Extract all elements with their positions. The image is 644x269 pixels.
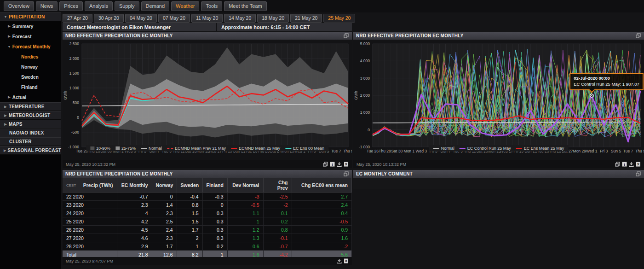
sidebar-item-summary[interactable]: ▶ Summary <box>0 21 61 31</box>
table-row[interactable]: 26 20204.52.41.70.31.20.80.9 <box>63 226 352 234</box>
legend-item-ecmnd-mean-25-may[interactable]: ECMND Mean 25 May <box>231 146 280 151</box>
nav-tab-tools[interactable]: Tools <box>201 1 222 11</box>
nav-tab-analysis[interactable]: Analysis <box>85 1 113 11</box>
popout-icon[interactable] <box>636 33 641 39</box>
chevron-right-icon[interactable]: ▶ <box>7 24 11 28</box>
sidebar-item-nao-ao-index[interactable]: NAO/AO INDEX <box>0 129 61 137</box>
column-header-norway[interactable]: Norway <box>152 178 177 193</box>
chevron-down-icon[interactable]: ▼ <box>4 15 7 18</box>
column-header-precip-twh[interactable]: CESTPrecip (TWh) <box>63 178 117 193</box>
table-row[interactable]: 24 202042.31.50.31.10.10.4 <box>63 209 352 217</box>
sidebar-item-meteorologist[interactable]: ▶ METEOROLOGIST <box>0 111 61 120</box>
popout-icon[interactable] <box>344 171 349 177</box>
column-header-dev-normal[interactable]: Dev Normal <box>227 178 263 193</box>
date-tab-21-may-20[interactable]: 21 May 20 <box>290 14 322 23</box>
legend-item-normal[interactable]: Normal <box>141 146 162 151</box>
legend-item-25-75[interactable]: 25-75% <box>115 146 136 151</box>
date-tab-18-may-20[interactable]: 18 May 20 <box>257 14 289 23</box>
table-footer-icons: X <box>337 258 349 263</box>
svg-text:Sun 5: Sun 5 <box>611 149 621 153</box>
info-icon[interactable]: i <box>622 162 627 167</box>
legend-item-ecmnd-mean-prev-21-may[interactable]: ECMND Mean Prev 21 May <box>167 146 226 151</box>
nav-tab-prices[interactable]: Prices <box>59 1 83 11</box>
right-chart-plot[interactable]: -1 00001 0002 0003 0004 0005 000GWhTue 2… <box>353 40 644 160</box>
legend-item-ec-ens-00-mean[interactable]: EC Ens 00 Mean <box>285 146 324 151</box>
comment-body[interactable] <box>353 178 644 189</box>
cell-value: -3 <box>227 193 263 201</box>
date-tab-07-may-20[interactable]: 07 May 20 <box>158 14 190 23</box>
sidebar-item-temperature[interactable]: ▶ TEMPERATURE <box>0 102 61 111</box>
date-tab-04-may-20[interactable]: 04 May 20 <box>125 14 157 23</box>
legend-item-normal[interactable]: Normal <box>433 146 454 151</box>
sidebar-item-forecast[interactable]: ▶ Forecast <box>0 31 61 41</box>
date-tab-11-may-20[interactable]: 11 May 20 <box>191 14 223 23</box>
approximate-hours-banner: Approximate hours: 6:15 - 14:00 CET <box>217 23 352 31</box>
popout-icon[interactable] <box>323 162 328 167</box>
chevron-right-icon[interactable]: ▶ <box>7 35 11 38</box>
sidebar-item-norway[interactable]: Norway <box>0 62 61 72</box>
svg-text:Wed 1: Wed 1 <box>586 149 598 153</box>
download-icon[interactable] <box>629 162 634 167</box>
table-row[interactable]: 23 20202.31.40.80-0.5-22.4 <box>63 201 352 209</box>
popout-icon[interactable] <box>615 162 620 167</box>
cell-value: 1.4 <box>152 201 177 209</box>
sidebar-item-label: Summary <box>12 24 34 29</box>
column-header-finland[interactable]: Finland <box>202 178 227 193</box>
column-header-sweden[interactable]: Sweden <box>177 178 202 193</box>
excel-icon[interactable]: X <box>344 258 349 263</box>
legend-label: EC Ens 00 Mean <box>293 146 324 151</box>
sidebar-item-nordics[interactable]: Nordics <box>0 52 61 62</box>
sidebar-item-precipitation[interactable]: ▼ PRECIPITATION <box>0 12 61 21</box>
excel-icon[interactable]: X <box>636 162 641 167</box>
date-tab-14-may-20[interactable]: 14 May 20 <box>224 14 256 23</box>
column-header-chg-prev[interactable]: Chg Prev <box>263 178 292 193</box>
legend-item-ec-control-run-25-may[interactable]: EC Control Run 25 May <box>460 146 511 151</box>
popout-icon[interactable] <box>636 171 641 177</box>
download-icon[interactable] <box>337 162 342 167</box>
row-label: 25 2020 <box>63 217 117 226</box>
column-header-chg-ec00-ens-mean[interactable]: Chg EC00 ens mean <box>292 178 352 193</box>
chevron-down-icon[interactable]: ▼ <box>7 45 11 48</box>
cell-value: -0.4 <box>177 193 202 201</box>
left-chart-plot[interactable]: -1 000-50005001 0001 5002 0002 500GWhTue… <box>63 40 352 160</box>
chevron-right-icon[interactable]: ▶ <box>4 114 7 117</box>
date-tab-30-apr-20[interactable]: 30 Apr 20 <box>94 14 124 23</box>
left-chart-timestamp: May 25, 2020 10:13:32 PM <box>66 162 115 167</box>
nav-tab-meet-the-team[interactable]: Meet the Team <box>224 1 267 11</box>
popout-icon[interactable] <box>344 33 349 39</box>
cell-value: 0 <box>152 193 177 201</box>
column-header-ec-monthly[interactable]: EC Monthly <box>117 178 152 193</box>
table-row[interactable]: 22 2020-0.70-0.4-0.3-3-2.52.7 <box>63 193 352 201</box>
cell-value: 0.3 <box>202 234 227 242</box>
sidebar-item-sweden[interactable]: Sweden <box>0 72 61 82</box>
table-row[interactable]: 25 20204.22.51.50.310.2-0.5 <box>63 217 352 226</box>
info-icon[interactable]: i <box>330 162 335 167</box>
nav-tab-supply[interactable]: Supply <box>115 1 139 11</box>
nav-tab-demand[interactable]: Demand <box>141 1 170 11</box>
table-row[interactable]: 27 20204.62.320.31.3-0.11.6 <box>63 234 352 242</box>
legend-swatch <box>115 146 120 150</box>
legend-item-ec-ens-mean-25-may[interactable]: EC Ens Mean 25 May <box>516 146 564 151</box>
date-tab-27-apr-20[interactable]: 27 Apr 20 <box>63 14 92 23</box>
table-row[interactable]: 28 20202.91.710.20.6-0.7-2 <box>63 242 352 251</box>
excel-icon[interactable]: X <box>344 162 349 167</box>
sidebar-item-forecast-monthly[interactable]: ▼ Forecast Monthly <box>0 41 61 52</box>
chevron-right-icon[interactable]: ▶ <box>4 123 7 126</box>
sidebar-item-finland[interactable]: Finland <box>0 82 61 92</box>
sidebar-item-maps[interactable]: ▶ MAPS <box>0 120 61 129</box>
nav-tab-overview[interactable]: Overview <box>4 1 34 11</box>
chevron-right-icon[interactable]: ▶ <box>7 95 11 99</box>
date-tab-25-may-20[interactable]: 25 May 20 <box>323 14 355 23</box>
chevron-right-icon[interactable]: ▶ <box>4 149 6 152</box>
svg-text:Fri 3: Fri 3 <box>600 149 608 153</box>
sidebar-item-seasonal-forecast[interactable]: ▶ SEASONAL FORECAST <box>0 146 61 155</box>
nav-tab-news[interactable]: News <box>36 1 58 11</box>
chevron-right-icon[interactable]: ▶ <box>4 105 7 109</box>
legend-label: EC Ens Mean 25 May <box>524 146 564 151</box>
comment-panel-header: EC MONTHLY COMMENT <box>353 170 644 178</box>
nav-tab-weather[interactable]: Weather <box>171 1 199 11</box>
sidebar-item-cluster[interactable]: CLUSTER <box>0 137 61 146</box>
legend-item-10-90[interactable]: 10-90% <box>90 146 110 151</box>
sidebar-item-actual[interactable]: ▶ Actual <box>0 92 61 102</box>
download-icon[interactable] <box>337 258 342 263</box>
